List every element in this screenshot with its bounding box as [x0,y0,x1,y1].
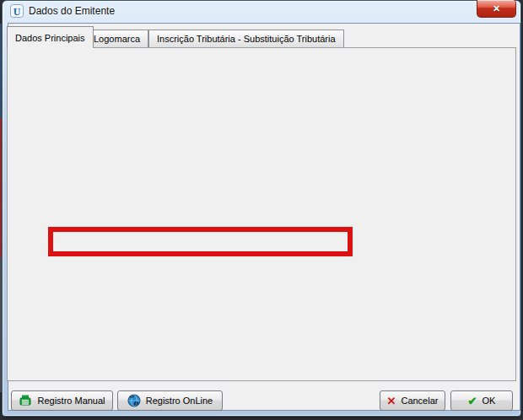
registro-manual-button[interactable]: Registro Manual [11,390,113,411]
green-check-icon: ✔ [468,395,477,407]
red-highlight-annotation [48,227,353,256]
tab-logomarca[interactable]: Logomarca [85,30,148,48]
tab-page [7,47,516,381]
globe-icon [127,394,141,407]
svg-text:U: U [13,6,21,18]
green-printer-icon [19,394,32,407]
tab-inscricao-tributaria[interactable]: Inscrição Tributária - Substituição Trib… [148,30,344,48]
cancel-button[interactable]: ✕ Cancelar [380,390,445,411]
app-logo-u-icon: U [10,4,24,18]
red-x-icon: ✕ [387,395,396,407]
window-title: Dados do Emitente [29,5,115,17]
close-x-icon: ✕ [493,3,500,14]
close-button[interactable]: ✕ [477,0,516,18]
screen: U Dados do Emitente ✕ Dados Principais L… [0,0,523,420]
ok-button[interactable]: ✔ OK [450,390,513,411]
tab-dados-principais[interactable]: Dados Principais [7,26,94,48]
registro-online-button[interactable]: Registro OnLine [117,390,223,411]
